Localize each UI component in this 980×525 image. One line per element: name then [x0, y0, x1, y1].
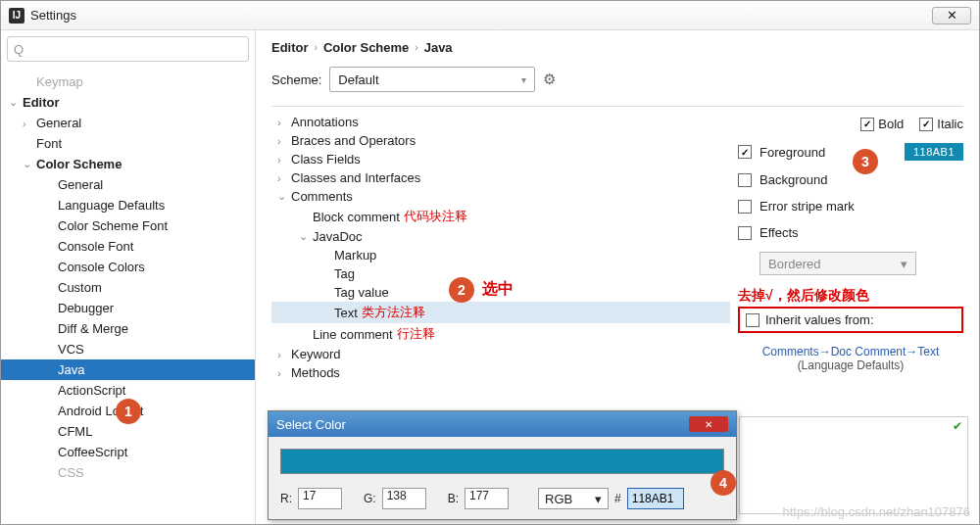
option-methods[interactable]: ›Methods — [271, 363, 730, 382]
bold-label: Bold — [878, 117, 904, 131]
tree-item-label: Font — [36, 136, 251, 151]
effects-checkbox[interactable] — [738, 226, 752, 240]
option-label: Braces and Operators — [291, 133, 416, 148]
option-label: Tag value — [334, 285, 389, 300]
tree-item-label: CFML — [58, 424, 251, 439]
sidebar-item-console-colors[interactable]: Console Colors — [1, 257, 255, 277]
option-label: Line comment — [313, 327, 393, 342]
window-close-button[interactable]: ✕ — [932, 7, 971, 24]
scheme-value: Default — [338, 72, 378, 87]
option-label: Classes and Interfaces — [291, 170, 420, 185]
tree-item-label: Color Scheme Font — [58, 218, 251, 233]
option-keyword[interactable]: ›Keyword — [271, 345, 730, 363]
expand-icon: ⌄ — [23, 158, 36, 170]
sidebar-item-general[interactable]: General — [1, 174, 255, 195]
option-block-comment[interactable]: Block comment代码块注释 — [271, 206, 730, 227]
bold-checkbox[interactable] — [860, 118, 874, 131]
chevron-right-icon: › — [415, 42, 417, 53]
annotation-badge-2: 2 — [449, 277, 474, 303]
background-checkbox[interactable] — [738, 173, 752, 187]
sidebar-item-coffeescript[interactable]: CoffeeScript — [1, 442, 255, 462]
expand-icon: › — [277, 172, 291, 184]
tree-item-label: Console Colors — [58, 260, 251, 274]
foreground-color-swatch[interactable]: 118AB1 — [905, 143, 963, 161]
tree-item-label: Diff & Merge — [58, 321, 251, 336]
annotation-note: 代码块注释 — [404, 208, 467, 225]
color-dialog-close-button[interactable]: ✕ — [689, 416, 728, 432]
settings-tree[interactable]: Keymap⌄Editor›GeneralFont⌄Color SchemeGe… — [1, 68, 255, 524]
expand-icon: ⌄ — [9, 96, 23, 109]
option-text[interactable]: Text类方法注释 — [271, 302, 730, 323]
effects-type-select: Bordered ▾ — [760, 252, 916, 275]
search-input[interactable]: Q — [7, 36, 249, 62]
sidebar-item-font[interactable]: Font — [1, 133, 255, 154]
foreground-checkbox[interactable] — [738, 145, 752, 159]
tree-item-label: Editor — [23, 95, 251, 110]
sidebar-item-diff-merge[interactable]: Diff & Merge — [1, 318, 255, 339]
sidebar-item-console-font[interactable]: Console Font — [1, 236, 255, 257]
search-icon: Q — [14, 42, 24, 57]
annotation-badge-3: 3 — [853, 149, 878, 174]
sidebar-item-css[interactable]: CSS — [1, 462, 255, 483]
option-annotations[interactable]: ›Annotations — [271, 113, 730, 131]
option-classes-and-interfaces[interactable]: ›Classes and Interfaces — [271, 168, 730, 187]
sidebar-item-keymap[interactable]: Keymap — [1, 72, 255, 92]
sidebar-item-cfml[interactable]: CFML — [1, 421, 255, 442]
sidebar-item-editor[interactable]: ⌄Editor — [1, 92, 255, 113]
color-preview-bar[interactable] — [280, 449, 724, 474]
tree-item-label: Language Defaults — [58, 198, 251, 213]
tree-item-label: Console Font — [58, 239, 251, 254]
option-class-fields[interactable]: ›Class Fields — [271, 150, 730, 168]
option-javadoc[interactable]: ⌄JavaDoc — [271, 227, 730, 246]
breadcrumb-editor[interactable]: Editor — [271, 40, 309, 55]
sidebar-item-color-scheme[interactable]: ⌄Color Scheme — [1, 154, 255, 174]
gear-icon[interactable]: ⚙ — [543, 71, 556, 88]
tree-item-label: Keymap — [36, 74, 251, 89]
sidebar-item-java[interactable]: Java — [1, 359, 255, 380]
r-input[interactable]: 17 — [298, 488, 342, 509]
g-input[interactable]: 138 — [382, 488, 426, 509]
expand-icon: ⌄ — [277, 190, 291, 203]
tree-item-label: Custom — [58, 280, 251, 295]
error-stripe-checkbox[interactable] — [738, 200, 752, 214]
expand-icon: › — [277, 367, 291, 379]
sidebar-item-actionscript[interactable]: ActionScript — [1, 380, 255, 401]
annotation-badge-1: 1 — [116, 399, 141, 424]
expand-icon: ⌄ — [299, 230, 313, 243]
tree-item-label: Debugger — [58, 301, 251, 315]
option-line-comment[interactable]: Line comment行注释 — [271, 323, 730, 345]
sidebar-item-color-scheme-font[interactable]: Color Scheme Font — [1, 215, 255, 236]
inherit-link[interactable]: Comments→Doc Comment→Text — [738, 345, 963, 358]
annotation-inherit-note: 去掉√，然后修改颜色 — [738, 287, 963, 305]
inherit-values-box: Inherit values from: — [738, 307, 963, 333]
annotation-note: 行注释 — [397, 325, 435, 343]
italic-checkbox[interactable] — [919, 118, 933, 131]
option-braces-and-operators[interactable]: ›Braces and Operators — [271, 131, 730, 150]
checkmark-icon: ✔ — [953, 419, 962, 433]
option-label: Markup — [334, 248, 376, 262]
expand-icon: › — [277, 154, 291, 166]
tree-item-label: Color Scheme — [36, 157, 251, 171]
option-label: Annotations — [291, 115, 359, 129]
inherit-source: (Language Defaults) — [738, 358, 963, 372]
inherit-checkbox[interactable] — [746, 313, 760, 327]
tree-item-label: VCS — [58, 342, 251, 357]
b-input[interactable]: 177 — [465, 488, 509, 509]
hex-input[interactable]: 118AB1 — [627, 488, 684, 509]
breadcrumb-color-scheme[interactable]: Color Scheme — [323, 40, 409, 55]
sidebar-item-general[interactable]: ›General — [1, 113, 255, 133]
effects-label: Effects — [760, 225, 799, 240]
scheme-select[interactable]: Default ▾ — [329, 67, 535, 92]
breadcrumb: Editor › Color Scheme › Java — [271, 40, 963, 55]
select-color-dialog: Select Color ✕ R: 17 G: 138 B: 177 RGB ▾… — [268, 410, 737, 520]
option-comments[interactable]: ⌄Comments — [271, 187, 730, 206]
sidebar-item-vcs[interactable]: VCS — [1, 339, 255, 359]
sidebar-item-custom[interactable]: Custom — [1, 277, 255, 298]
chevron-down-icon: ▾ — [521, 74, 526, 85]
color-mode-select[interactable]: RGB ▾ — [538, 488, 609, 509]
sidebar-item-language-defaults[interactable]: Language Defaults — [1, 195, 255, 215]
option-label: Class Fields — [291, 152, 361, 167]
option-markup[interactable]: Markup — [271, 246, 730, 264]
sidebar-item-debugger[interactable]: Debugger — [1, 298, 255, 318]
window-title: Settings — [30, 8, 76, 23]
